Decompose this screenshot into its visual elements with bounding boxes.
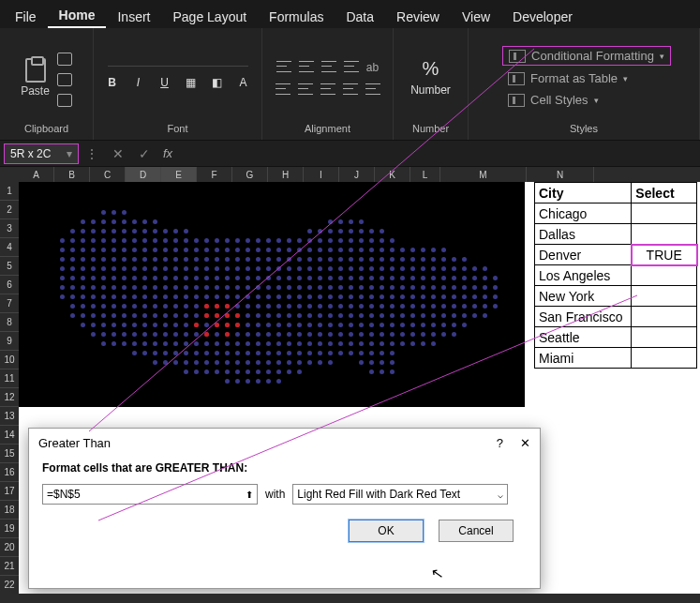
- row-header-7[interactable]: 7: [0, 294, 19, 313]
- tab-insert[interactable]: Insert: [106, 4, 161, 28]
- row-header-18[interactable]: 18: [0, 501, 19, 520]
- table-cell[interactable]: [632, 286, 697, 307]
- styles-format-as-table[interactable]: Format as Table ▾: [502, 69, 633, 87]
- fx-label[interactable]: fx: [163, 146, 172, 160]
- row-header-9[interactable]: 9: [0, 332, 19, 351]
- tab-formulas[interactable]: Formulas: [258, 4, 335, 28]
- col-header-B[interactable]: B: [54, 167, 90, 182]
- row-header-8[interactable]: 8: [0, 313, 19, 332]
- col-header-E[interactable]: E: [161, 167, 197, 182]
- tab-file[interactable]: File: [4, 4, 48, 28]
- row-header-20[interactable]: 20: [0, 538, 19, 557]
- row-header-1[interactable]: 1: [0, 182, 19, 201]
- table-cell[interactable]: Dallas: [535, 224, 632, 245]
- table-cell[interactable]: Los Angeles: [535, 265, 632, 286]
- col-header-F[interactable]: F: [197, 167, 232, 182]
- enter-formula-icon[interactable]: ✓: [135, 146, 154, 161]
- table-cell[interactable]: Chicago: [535, 204, 632, 224]
- table-cell[interactable]: [632, 327, 697, 348]
- align-bottom-icon[interactable]: [321, 61, 336, 72]
- name-box[interactable]: 5R x 2C▾: [4, 143, 79, 164]
- col-header-N[interactable]: N: [527, 167, 594, 182]
- ok-button[interactable]: OK: [349, 520, 424, 542]
- row-header-3[interactable]: 3: [0, 219, 19, 238]
- col-header-H[interactable]: H: [268, 167, 304, 182]
- row-header-15[interactable]: 15: [0, 445, 19, 463]
- dialog-help-button[interactable]: ?: [497, 436, 503, 450]
- dialog-value-input[interactable]: =$N$5 ⬆: [42, 484, 258, 505]
- tab-developer[interactable]: Developer: [501, 4, 584, 28]
- italic-button[interactable]: I: [130, 76, 147, 89]
- underline-button[interactable]: U: [156, 76, 173, 89]
- fill-color-button[interactable]: ◧: [209, 76, 226, 89]
- col-header-C[interactable]: C: [90, 167, 126, 182]
- table-cell[interactable]: [632, 224, 697, 245]
- tab-review[interactable]: Review: [385, 4, 451, 28]
- indent-increase-icon[interactable]: [365, 83, 380, 95]
- align-left-icon[interactable]: [276, 83, 290, 95]
- format-painter-icon[interactable]: [57, 94, 72, 107]
- col-header-G[interactable]: G: [232, 167, 268, 182]
- orientation-icon[interactable]: [344, 61, 359, 72]
- col-header-K[interactable]: K: [375, 167, 410, 182]
- range-picker-icon[interactable]: ⬆: [246, 490, 253, 500]
- row-header-5[interactable]: 5: [0, 257, 19, 276]
- table-cell[interactable]: Miami: [535, 348, 632, 369]
- table-cell[interactable]: [632, 307, 697, 327]
- wrap-text-icon[interactable]: ab: [366, 61, 379, 74]
- col-header-D[interactable]: D: [126, 167, 161, 182]
- table-header[interactable]: Select: [632, 183, 697, 204]
- bold-button[interactable]: B: [104, 76, 121, 89]
- indent-decrease-icon[interactable]: [343, 83, 358, 95]
- table-header[interactable]: City: [535, 183, 632, 204]
- table-cell[interactable]: New York: [535, 286, 632, 307]
- align-right-icon[interactable]: [320, 83, 335, 95]
- row-header-21[interactable]: 21: [0, 557, 19, 576]
- tab-data[interactable]: Data: [335, 4, 385, 28]
- row-header-4[interactable]: 4: [0, 238, 19, 257]
- col-header-L[interactable]: L: [410, 167, 440, 182]
- table-cell[interactable]: San Francisco: [535, 307, 632, 327]
- row-header-13[interactable]: 13: [0, 407, 19, 426]
- table-cell[interactable]: [632, 204, 697, 224]
- cancel-button[interactable]: Cancel: [439, 520, 514, 542]
- paste-label[interactable]: Paste: [21, 84, 50, 98]
- cancel-formula-icon[interactable]: ✕: [109, 146, 127, 161]
- tab-page-layout[interactable]: Page Layout: [161, 4, 258, 28]
- row-header-16[interactable]: 16: [0, 463, 19, 482]
- row-header-14[interactable]: 14: [0, 426, 19, 445]
- number-format-label[interactable]: Number: [410, 83, 451, 97]
- border-button[interactable]: ▦: [183, 76, 200, 89]
- font-color-button[interactable]: A: [235, 76, 252, 89]
- table-cell[interactable]: [632, 265, 697, 286]
- col-header-M[interactable]: M: [440, 167, 527, 182]
- styles-cell-styles[interactable]: Cell Styles ▾: [502, 91, 603, 109]
- percent-icon[interactable]: %: [423, 58, 439, 80]
- row-header-17[interactable]: 17: [0, 482, 19, 501]
- col-header-A[interactable]: A: [19, 167, 54, 182]
- dialog-format-select[interactable]: Light Red Fill with Dark Red Text ⌵: [292, 484, 508, 505]
- align-middle-icon[interactable]: [299, 61, 314, 72]
- dialog-close-button[interactable]: ✕: [520, 436, 530, 450]
- table-cell[interactable]: Denver: [535, 245, 632, 265]
- cut-icon[interactable]: [57, 53, 72, 66]
- table-cell[interactable]: [632, 348, 697, 369]
- paste-icon[interactable]: [25, 58, 46, 83]
- copy-icon[interactable]: [57, 73, 72, 86]
- row-header-11[interactable]: 11: [0, 369, 19, 388]
- styles-conditional-formatting[interactable]: Conditional Formatting ▾: [502, 46, 671, 66]
- row-header-12[interactable]: 12: [0, 388, 19, 407]
- align-center-icon[interactable]: [298, 83, 313, 95]
- row-header-19[interactable]: 19: [0, 520, 19, 538]
- tab-view[interactable]: View: [451, 4, 501, 28]
- table-cell[interactable]: TRUE: [632, 245, 697, 265]
- tab-home[interactable]: Home: [48, 2, 107, 28]
- row-header-22[interactable]: 22: [0, 576, 19, 595]
- row-header-10[interactable]: 10: [0, 351, 19, 369]
- col-header-J[interactable]: J: [339, 167, 375, 182]
- row-header-6[interactable]: 6: [0, 276, 19, 294]
- row-header-2[interactable]: 2: [0, 201, 19, 219]
- align-top-icon[interactable]: [276, 61, 291, 72]
- col-header-I[interactable]: I: [304, 167, 339, 182]
- table-cell[interactable]: Seattle: [535, 327, 632, 348]
